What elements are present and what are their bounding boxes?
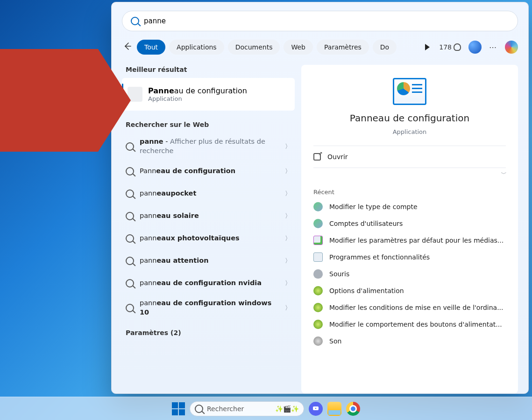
recent-item[interactable]: Modifier les paramètres par défaut pour …: [313, 232, 506, 249]
users-icon: [313, 219, 323, 228]
taskbar-search[interactable]: Rechercher ✨🎬✨: [190, 401, 304, 416]
filter-label: Tout: [144, 43, 158, 51]
search-icon: [126, 212, 134, 220]
web-suggestions: panne - Afficher plus de résultats de re…: [122, 133, 295, 322]
filter-settings[interactable]: Paramètres: [317, 40, 369, 55]
programs-icon: [313, 252, 323, 262]
search-icon: [126, 142, 134, 151]
search-icon: [131, 17, 139, 25]
recent-heading: Récent: [313, 189, 506, 196]
best-result-title: Panneau de configuration: [148, 86, 247, 95]
content-row: Meilleur résultat Panneau de configurati…: [122, 65, 518, 393]
detail-title: Panneau de configuration: [350, 112, 469, 124]
best-result-item[interactable]: Panneau de configuration Application: [122, 78, 295, 111]
file-explorer-icon[interactable]: [327, 402, 341, 416]
recent-item[interactable]: Modifier les conditions de mise en veill…: [313, 299, 506, 316]
open-icon: [313, 153, 321, 161]
svg-point-1: [315, 407, 316, 408]
suggestion-item[interactable]: panne - Afficher plus de résultats de re…: [122, 133, 295, 160]
taskbar: Rechercher ✨🎬✨: [0, 397, 532, 420]
detail-subtitle: Application: [393, 128, 427, 135]
chevron-right-icon: 〉: [285, 234, 291, 243]
chevron-down-icon[interactable]: 〉: [499, 171, 507, 177]
start-search-panel: Tout Applications Documents Web Paramètr…: [111, 2, 529, 394]
recent-item[interactable]: Modifier le type de compte: [313, 198, 506, 215]
search-box[interactable]: [122, 11, 518, 31]
chevron-right-icon: 〉: [285, 189, 291, 198]
filter-toolbar: Tout Applications Documents Web Paramètr…: [122, 40, 518, 55]
search-input[interactable]: [144, 17, 509, 25]
recent-list: Modifier le type de compte Comptes d'uti…: [313, 198, 506, 350]
open-action[interactable]: Ouvrir: [313, 146, 506, 168]
power-icon: [313, 286, 323, 295]
more-icon[interactable]: ⋯: [489, 43, 497, 52]
chat-icon[interactable]: [309, 402, 323, 416]
filter-pills: Tout Applications Documents Web Paramètr…: [137, 40, 421, 55]
detail-pane: Panneau de configuration Application Ouv…: [301, 65, 518, 393]
search-icon: [126, 257, 134, 265]
chevron-right-icon: 〉: [285, 257, 291, 265]
search-icon: [126, 304, 134, 312]
best-result-subtitle: Application: [148, 95, 247, 102]
filter-more-truncated[interactable]: Do: [373, 40, 397, 55]
filter-apps[interactable]: Applications: [169, 40, 224, 55]
detail-header: Panneau de configuration Application: [313, 78, 506, 135]
suggestion-item[interactable]: panneaupocket 〉: [122, 182, 295, 205]
back-button[interactable]: [122, 42, 133, 53]
filter-documents[interactable]: Documents: [228, 40, 280, 55]
filter-label: Documents: [235, 43, 273, 51]
best-result-heading: Meilleur résultat: [126, 66, 295, 73]
filter-label: Paramètres: [324, 43, 362, 51]
chrome-icon[interactable]: [346, 402, 360, 416]
filter-label: Web: [291, 43, 305, 51]
toolbar-right: 178 ⋯: [439, 41, 518, 54]
recent-item[interactable]: Modifier le comportement des boutons d'a…: [313, 316, 506, 333]
suggestion-item[interactable]: panneau attention 〉: [122, 250, 295, 272]
search-icon: [126, 167, 134, 175]
suggestion-item[interactable]: Panneau de configuration 〉: [122, 160, 295, 182]
recent-item[interactable]: Programmes et fonctionnalités: [313, 249, 506, 266]
recent-item[interactable]: Son: [313, 333, 506, 350]
globe-icon[interactable]: [468, 41, 482, 54]
suggestion-item[interactable]: panneau de configuration nvidia 〉: [122, 272, 295, 294]
open-label: Ouvrir: [327, 153, 348, 161]
search-icon: [195, 405, 203, 413]
search-highlight-icon: ✨🎬✨: [275, 405, 299, 413]
suggestion-item[interactable]: panneaux photovoltaïques 〉: [122, 227, 295, 250]
recent-item[interactable]: Options d'alimentation: [313, 282, 506, 299]
chevron-right-icon: 〉: [285, 304, 291, 312]
scroll-right-icon[interactable]: [425, 44, 430, 50]
search-web-heading: Rechercher sur le Web: [126, 121, 295, 128]
chevron-right-icon: 〉: [285, 142, 291, 151]
filter-label: Applications: [177, 43, 217, 51]
sound-icon: [313, 336, 323, 346]
recent-item[interactable]: Souris: [313, 266, 506, 282]
medal-icon: [454, 43, 461, 51]
recent-item[interactable]: Comptes d'utilisateurs: [313, 215, 506, 232]
filter-all[interactable]: Tout: [137, 40, 165, 55]
filter-web[interactable]: Web: [284, 40, 313, 55]
search-icon: [126, 189, 134, 198]
suggestion-item[interactable]: panneau solaire 〉: [122, 205, 295, 227]
filter-label: Do: [380, 43, 389, 51]
power-icon: [313, 303, 323, 312]
taskbar-search-placeholder: Rechercher: [207, 405, 244, 413]
control-panel-icon: [393, 78, 426, 105]
power-icon: [313, 320, 323, 329]
search-icon: [126, 234, 134, 243]
chevron-right-icon: 〉: [285, 212, 291, 220]
chevron-right-icon: 〉: [285, 167, 291, 175]
copilot-icon[interactable]: [505, 41, 518, 54]
rewards-value: 178: [439, 43, 452, 51]
start-button[interactable]: [172, 402, 185, 415]
rewards-points[interactable]: 178: [439, 43, 461, 51]
suggestion-item[interactable]: panneau de configuration windows 10 〉: [122, 294, 295, 322]
results-column: Meilleur résultat Panneau de configurati…: [122, 65, 295, 393]
users-icon: [313, 202, 323, 211]
settings-results-heading: Paramètres (2): [126, 329, 295, 336]
mouse-icon: [313, 269, 323, 279]
search-icon: [126, 279, 134, 287]
media-icon: [313, 236, 323, 245]
chevron-right-icon: 〉: [285, 279, 291, 287]
